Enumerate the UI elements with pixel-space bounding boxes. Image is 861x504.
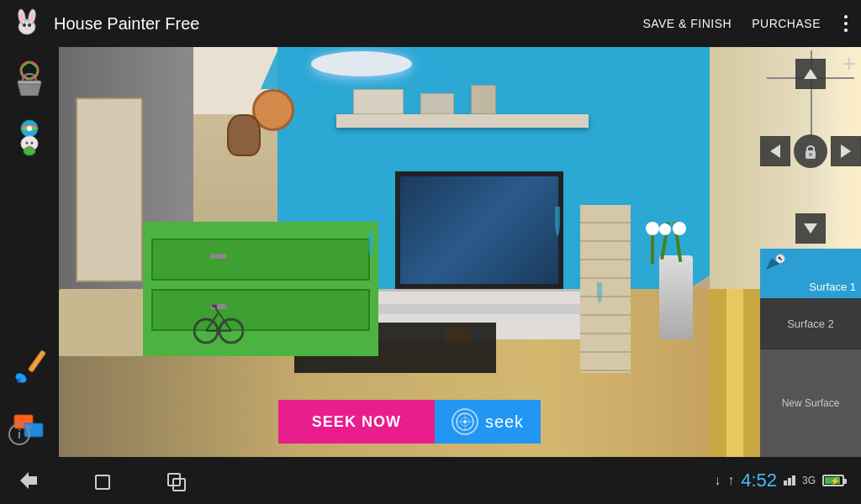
cabinet-handle: [210, 254, 227, 259]
topbar: House Painter Free SAVE & FINISH PURCHAS…: [0, 0, 861, 47]
seek-logo-text: seek: [485, 412, 524, 432]
signal-icon: [784, 475, 795, 486]
staircase: [580, 205, 631, 373]
table-item: [446, 327, 471, 344]
save-finish-button[interactable]: SAVE & FINISH: [642, 17, 732, 30]
svg-point-17: [27, 142, 28, 143]
status-bar-right: ↓ ↑ 4:52 3G ⚡: [714, 470, 844, 491]
wall-decoration: [227, 114, 261, 156]
paint-drip: [597, 282, 602, 303]
svg-point-5: [23, 24, 26, 27]
green-cabinet: [143, 222, 378, 356]
svg-point-20: [13, 371, 28, 385]
app-title: House Painter Free: [54, 14, 642, 34]
topbar-actions: SAVE & FINISH PURCHASE: [642, 12, 851, 35]
network-type: 3G: [802, 475, 816, 486]
info-button[interactable]: i: [8, 423, 30, 445]
paint-drip: [555, 207, 560, 236]
paint-drip: [368, 232, 373, 257]
status-time: 4:52: [741, 470, 777, 491]
nav-left-button[interactable]: [760, 136, 790, 166]
svg-rect-9: [18, 81, 41, 84]
nav-up-button[interactable]: [795, 59, 826, 89]
svg-marker-44: [20, 472, 37, 489]
surface-2-label: Surface 2: [787, 318, 834, 330]
seek-logo-icon: [452, 408, 478, 435]
svg-marker-32: [770, 144, 780, 158]
zoom-add-button[interactable]: +: [843, 50, 856, 77]
recents-button[interactable]: [165, 469, 188, 492]
dot-icon: [844, 22, 848, 25]
bicycle: [193, 297, 244, 348]
svg-rect-45: [96, 475, 109, 489]
shelf-item: [353, 89, 404, 114]
svg-rect-19: [29, 350, 46, 372]
svg-point-37: [779, 257, 781, 260]
more-menu-button[interactable]: [841, 12, 851, 35]
surface-1-item[interactable]: Surface 1: [760, 249, 861, 299]
left-toolbar: [0, 47, 59, 457]
android-navbar: ↓ ↑ 4:52 3G ⚡: [0, 457, 861, 504]
download-icon: ↓: [714, 473, 721, 488]
dot-icon: [844, 15, 848, 18]
home-button[interactable]: [91, 469, 114, 492]
surface-2-item[interactable]: Surface 2: [760, 299, 861, 349]
svg-point-18: [32, 142, 33, 143]
character-tool[interactable]: [8, 116, 51, 160]
cabinet-drawer: [151, 289, 370, 331]
svg-point-7: [25, 28, 29, 29]
shelf-item: [420, 93, 454, 114]
tv-stand-shelf: [378, 304, 580, 314]
new-surface-label: New Surface: [782, 397, 840, 409]
nav-right-button[interactable]: [831, 136, 861, 166]
brush-tool[interactable]: [8, 344, 51, 388]
svg-marker-33: [841, 144, 851, 158]
flower-vase: [659, 255, 693, 339]
svg-point-11: [27, 126, 32, 131]
purchase-button[interactable]: PURCHASE: [752, 17, 821, 30]
dot-icon: [844, 29, 848, 32]
surface-panel: Surface 1 Surface 2 New Surface: [760, 249, 861, 457]
navigation-controls: +: [760, 59, 861, 244]
new-surface-item[interactable]: New Surface: [760, 349, 861, 457]
paint-bucket-tool[interactable]: [8, 55, 51, 99]
back-button[interactable]: [17, 469, 40, 492]
seek-bar: SEEK NOW seek: [59, 398, 760, 445]
nav-down-button[interactable]: [795, 213, 826, 244]
upload-icon: ↑: [727, 473, 734, 488]
television: [395, 171, 563, 289]
main-content: [59, 47, 861, 457]
svg-marker-30: [804, 69, 817, 79]
cabinet-drawer: [151, 239, 370, 281]
svg-point-35: [809, 153, 812, 156]
app-logo: [10, 7, 44, 40]
ceiling-light: [311, 51, 412, 76]
shelf: [336, 114, 589, 128]
flowers: [642, 222, 710, 264]
android-nav: [17, 469, 188, 492]
svg-marker-31: [804, 223, 817, 234]
svg-point-38: [780, 259, 782, 260]
surface-1-icon: [763, 252, 787, 276]
shelf-item: [471, 85, 496, 114]
seek-logo-button[interactable]: seek: [435, 400, 541, 444]
door: [76, 97, 143, 282]
nav-lock-button[interactable]: [794, 134, 827, 168]
surface-1-label: Surface 1: [809, 281, 856, 293]
svg-point-6: [28, 24, 31, 27]
seek-now-button[interactable]: SEEK NOW: [278, 400, 435, 444]
svg-point-16: [24, 147, 35, 155]
battery-icon: ⚡: [822, 475, 844, 486]
tv-screen: [400, 176, 558, 284]
